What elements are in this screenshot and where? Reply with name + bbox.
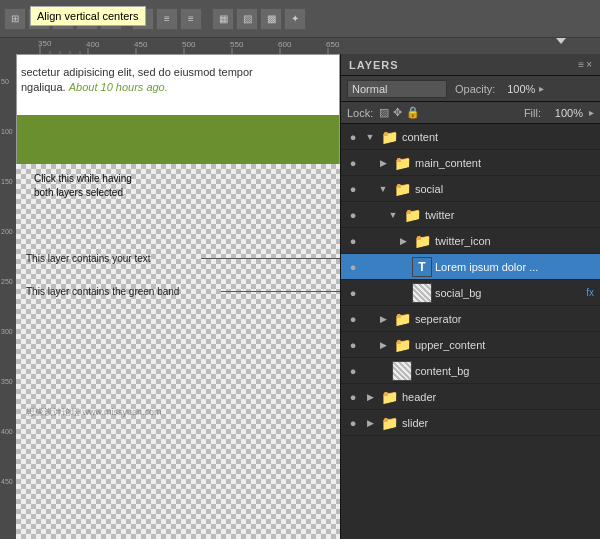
layers-panel: LAYERS ≡ × Normal Opacity: 100% ▸ Lock: … bbox=[340, 54, 600, 539]
layer-item-seperator[interactable]: ● ▶ 📁 seperator bbox=[341, 306, 600, 332]
layers-close-icon[interactable]: × bbox=[586, 59, 592, 70]
eye-lorem[interactable]: ● bbox=[345, 259, 361, 275]
layer-item-twitter-icon[interactable]: ● ▶ 📁 twitter_icon bbox=[341, 228, 600, 254]
layers-list[interactable]: ● ▼ 📁 content ● ▶ 📁 main_content ● ▼ 📁 s… bbox=[341, 124, 600, 539]
lock-lock-icon[interactable]: 🔒 bbox=[406, 106, 420, 119]
opacity-arrow-icon[interactable]: ▸ bbox=[539, 83, 544, 94]
lock-row: Lock: ▨ ✥ 🔒 Fill: 100% ▸ bbox=[341, 102, 600, 124]
toolbar-icon-1[interactable]: ⊞ bbox=[4, 8, 26, 30]
click-note-line2: both layers selected bbox=[34, 186, 132, 200]
thumb-lorem: T bbox=[412, 257, 432, 277]
opacity-label: Opacity: bbox=[455, 83, 495, 95]
layer-name-slider: slider bbox=[402, 417, 596, 429]
thumb-social: 📁 bbox=[392, 179, 412, 199]
layer-item-twitter[interactable]: ● ▼ 📁 twitter bbox=[341, 202, 600, 228]
eye-slider[interactable]: ● bbox=[345, 415, 361, 431]
expand-lorem[interactable] bbox=[397, 261, 409, 273]
eye-content-bg[interactable]: ● bbox=[345, 363, 361, 379]
toolbar-icon-7[interactable]: ≡ bbox=[156, 8, 178, 30]
expand-content[interactable]: ▼ bbox=[364, 131, 376, 143]
layers-title: LAYERS bbox=[349, 59, 399, 71]
expand-social[interactable]: ▼ bbox=[377, 183, 389, 195]
eye-main-content[interactable]: ● bbox=[345, 155, 361, 171]
svg-text:100: 100 bbox=[1, 128, 13, 135]
layer-item-content[interactable]: ● ▼ 📁 content bbox=[341, 124, 600, 150]
design-body-text: sectetur adipisicing elit, sed do eiusmo… bbox=[21, 65, 253, 96]
v-ruler-svg: 50 100 150 200 250 300 350 400 450 bbox=[0, 54, 16, 539]
layer-item-social-bg[interactable]: ● social_bg fx bbox=[341, 280, 600, 306]
expand-slider[interactable]: ▶ bbox=[364, 417, 376, 429]
expand-header[interactable]: ▶ bbox=[364, 391, 376, 403]
svg-text:650: 650 bbox=[326, 40, 340, 49]
layer-text-annotation: This layer contains your text bbox=[26, 253, 151, 264]
eye-seperator[interactable]: ● bbox=[345, 311, 361, 327]
design-panel: sectetur adipisicing elit, sed do eiusmo… bbox=[16, 54, 340, 164]
toolbar-icon-12[interactable]: ✦ bbox=[284, 8, 306, 30]
layer-name-main-content: main_content bbox=[415, 157, 596, 169]
toolbar-icon-10[interactable]: ▧ bbox=[236, 8, 258, 30]
layer-item-social[interactable]: ● ▼ 📁 social bbox=[341, 176, 600, 202]
expand-upper-content[interactable]: ▶ bbox=[377, 339, 389, 351]
green-band bbox=[17, 115, 339, 165]
toolbar-icon-8[interactable]: ≡ bbox=[180, 8, 202, 30]
svg-text:400: 400 bbox=[86, 40, 100, 49]
expand-main-content[interactable]: ▶ bbox=[377, 157, 389, 169]
blend-mode-row: Normal Opacity: 100% ▸ bbox=[341, 76, 600, 102]
blend-mode-select[interactable]: Normal bbox=[347, 80, 447, 98]
body-text-line1: sectetur adipisicing elit, sed do eiusmo… bbox=[21, 66, 253, 78]
layer-name-seperator: seperator bbox=[415, 313, 596, 325]
layers-header-icons: ≡ × bbox=[578, 59, 592, 70]
layer-item-header[interactable]: ● ▶ 📁 header bbox=[341, 384, 600, 410]
thumb-header: 📁 bbox=[379, 387, 399, 407]
toolbar-icon-9[interactable]: ▦ bbox=[212, 8, 234, 30]
layer-name-social-bg: social_bg bbox=[435, 287, 583, 299]
layer-green-annotation: This layer contains the green band bbox=[26, 286, 179, 297]
layer-item-slider[interactable]: ● ▶ 📁 slider bbox=[341, 410, 600, 436]
thumb-main-content: 📁 bbox=[392, 153, 412, 173]
layer-name-twitter-icon: twitter_icon bbox=[435, 235, 596, 247]
layer-name-content-bg: content_bg bbox=[415, 365, 596, 377]
watermark: 思缘设计论坛 www.missyuan.com bbox=[26, 406, 162, 419]
expand-twitter[interactable]: ▼ bbox=[387, 209, 399, 221]
layer-green-label: This layer contains the green band bbox=[26, 286, 179, 297]
svg-text:250: 250 bbox=[1, 278, 13, 285]
eye-social-bg[interactable]: ● bbox=[345, 285, 361, 301]
thumb-slider: 📁 bbox=[379, 413, 399, 433]
eye-twitter[interactable]: ● bbox=[345, 207, 361, 223]
fill-value: 100% bbox=[547, 107, 583, 119]
layer-name-social: social bbox=[415, 183, 596, 195]
toolbar: ⊞ ⬚ ⊡ ⊠ ⊟ ≡ ≡ ≡ ▦ ▧ ▩ ✦ Align vertical c… bbox=[0, 0, 600, 38]
expand-twitter-icon[interactable]: ▶ bbox=[397, 235, 409, 247]
thumb-seperator: 📁 bbox=[392, 309, 412, 329]
eye-header[interactable]: ● bbox=[345, 389, 361, 405]
layer-text-arrow bbox=[201, 258, 340, 259]
svg-text:50: 50 bbox=[1, 78, 9, 85]
eye-twitter-icon[interactable]: ● bbox=[345, 233, 361, 249]
checker-area bbox=[16, 164, 340, 539]
lock-move-icon[interactable]: ✥ bbox=[393, 106, 402, 119]
svg-rect-20 bbox=[0, 54, 16, 539]
svg-text:500: 500 bbox=[182, 40, 196, 49]
layer-text-label: This layer contains your text bbox=[26, 253, 151, 264]
svg-text:400: 400 bbox=[1, 428, 13, 435]
eye-upper-content[interactable]: ● bbox=[345, 337, 361, 353]
svg-text:350: 350 bbox=[38, 39, 52, 48]
layer-item-main-content[interactable]: ● ▶ 📁 main_content bbox=[341, 150, 600, 176]
layers-menu-icon[interactable]: ≡ bbox=[578, 59, 584, 70]
thumb-content-bg bbox=[392, 361, 412, 381]
layer-item-content-bg[interactable]: ● content_bg bbox=[341, 358, 600, 384]
tooltip-align-vertical: Align vertical centers bbox=[30, 6, 146, 26]
thumb-twitter: 📁 bbox=[402, 205, 422, 225]
eye-content[interactable]: ● bbox=[345, 129, 361, 145]
layer-item-upper-content[interactable]: ● ▶ 📁 upper_content bbox=[341, 332, 600, 358]
expand-social-bg[interactable] bbox=[397, 287, 409, 299]
expand-content-bg[interactable] bbox=[377, 365, 389, 377]
fill-arrow-icon[interactable]: ▸ bbox=[589, 107, 594, 118]
eye-social[interactable]: ● bbox=[345, 181, 361, 197]
layer-item-lorem[interactable]: ● T Lorem ipsum dolor ... bbox=[341, 254, 600, 280]
expand-seperator[interactable]: ▶ bbox=[377, 313, 389, 325]
toolbar-icon-11[interactable]: ▩ bbox=[260, 8, 282, 30]
lock-checkerboard-icon[interactable]: ▨ bbox=[379, 106, 389, 119]
vertical-ruler: 50 100 150 200 250 300 350 400 450 bbox=[0, 54, 16, 539]
fill-label: Fill: bbox=[524, 107, 541, 119]
